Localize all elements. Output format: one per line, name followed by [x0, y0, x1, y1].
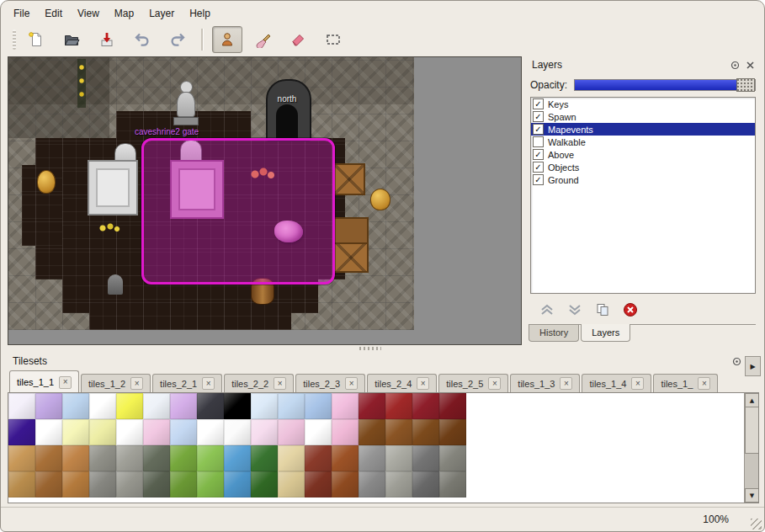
map-selection-rect[interactable]	[141, 138, 335, 285]
tab-close-icon[interactable]	[345, 377, 358, 390]
palette-tile[interactable]	[116, 419, 143, 445]
palette-tile[interactable]	[305, 471, 332, 497]
palette-tile[interactable]	[305, 393, 332, 419]
palette-tile[interactable]	[251, 471, 278, 497]
tileset-tab[interactable]: tiles_1_4	[582, 374, 651, 392]
redo-button[interactable]	[162, 26, 193, 53]
layer-move-up-button[interactable]	[537, 301, 557, 319]
palette-tile[interactable]	[35, 445, 62, 471]
palette-tile[interactable]	[35, 471, 62, 497]
palette-tile[interactable]	[62, 445, 89, 471]
palette-tile[interactable]	[143, 445, 170, 471]
undo-button[interactable]	[127, 26, 157, 53]
menu-file[interactable]: File	[6, 5, 37, 22]
tab-close-icon[interactable]	[130, 377, 143, 390]
palette-tile[interactable]	[89, 445, 116, 471]
layer-delete-button[interactable]	[620, 301, 640, 319]
layer-row[interactable]: Walkable	[531, 136, 755, 148]
event-stamp-tool-button[interactable]	[212, 26, 242, 53]
layer-checkbox[interactable]	[533, 124, 544, 135]
resize-grip[interactable]	[751, 519, 762, 529]
opacity-slider-handle[interactable]	[736, 78, 755, 92]
layer-row[interactable]: Above	[531, 148, 755, 161]
palette-tile[interactable]	[439, 471, 466, 497]
layer-row[interactable]: Keys	[531, 98, 755, 110]
tab-close-icon[interactable]	[274, 377, 286, 390]
tab-close-icon[interactable]	[560, 377, 572, 390]
palette-tile[interactable]	[412, 445, 439, 471]
palette-tile[interactable]	[251, 419, 278, 445]
palette-tile[interactable]	[332, 419, 359, 445]
scrollbar-up-button[interactable]	[745, 393, 759, 407]
palette-tile[interactable]	[170, 471, 197, 497]
palette-tile[interactable]	[35, 393, 62, 419]
palette-tile[interactable]	[8, 419, 35, 445]
palette-tile[interactable]	[332, 393, 359, 419]
layer-checkbox[interactable]	[533, 136, 544, 147]
tileset-tab[interactable]: tiles_2_1	[152, 374, 222, 392]
palette-tile[interactable]	[143, 393, 170, 419]
palette-tile[interactable]	[170, 393, 197, 419]
palette-tile[interactable]	[143, 419, 170, 445]
palette-tile[interactable]	[439, 393, 466, 419]
palette-tile[interactable]	[224, 445, 251, 471]
tilesets-panel-float-button[interactable]	[730, 355, 742, 367]
palette-tile[interactable]	[385, 445, 412, 471]
tab-close-icon[interactable]	[698, 377, 710, 390]
menu-map[interactable]: Map	[107, 5, 141, 22]
palette-tile[interactable]	[197, 471, 224, 497]
layer-row[interactable]: Ground	[531, 173, 755, 186]
brush-tool-button[interactable]	[247, 26, 278, 53]
tileset-tab[interactable]: tiles_1_	[653, 374, 718, 392]
palette-tile[interactable]	[170, 445, 197, 471]
menu-help[interactable]: Help	[182, 5, 218, 22]
palette-tile[interactable]	[412, 393, 439, 419]
palette-tile[interactable]	[278, 471, 305, 497]
palette-tile[interactable]	[116, 445, 143, 471]
palette-tile[interactable]	[412, 471, 439, 497]
palette-tile[interactable]	[332, 445, 359, 471]
palette-tile[interactable]	[197, 419, 224, 445]
scrollbar-down-button[interactable]	[745, 488, 759, 503]
layer-move-down-button[interactable]	[565, 301, 585, 319]
opacity-slider[interactable]	[574, 79, 756, 91]
tileset-tab[interactable]: tiles_1_3	[510, 374, 580, 392]
tileset-scrollbar[interactable]	[744, 393, 758, 503]
palette-tile[interactable]	[412, 419, 439, 445]
layer-checkbox[interactable]	[533, 149, 544, 160]
palette-tile[interactable]	[62, 471, 89, 497]
tileset-tab[interactable]: tiles_2_3	[295, 374, 365, 392]
palette-tile[interactable]	[385, 419, 412, 445]
palette-tile[interactable]	[35, 419, 62, 445]
palette-tile[interactable]	[359, 393, 385, 419]
palette-tile[interactable]	[224, 419, 251, 445]
palette-tile[interactable]	[278, 445, 305, 471]
toolbar-grip[interactable]	[13, 29, 16, 50]
palette-tile[interactable]	[305, 419, 332, 445]
tab-close-icon[interactable]	[631, 377, 644, 390]
palette-tile[interactable]	[224, 471, 251, 497]
layer-row[interactable]: Mapevents	[531, 123, 755, 136]
tileset-tab[interactable]: tiles_1_2	[81, 374, 151, 392]
palette-tile[interactable]	[8, 445, 35, 471]
eraser-tool-button[interactable]	[283, 26, 313, 53]
palette-tile[interactable]	[305, 445, 332, 471]
tab-close-icon[interactable]	[202, 377, 215, 390]
palette-tile[interactable]	[8, 471, 35, 497]
palette-tile[interactable]	[62, 393, 89, 419]
layer-checkbox[interactable]	[533, 98, 544, 109]
tileset-view[interactable]	[8, 392, 759, 503]
layers-panel-float-button[interactable]	[729, 59, 741, 71]
palette-tile[interactable]	[170, 419, 197, 445]
save-button[interactable]	[92, 26, 122, 53]
layer-checkbox[interactable]	[533, 174, 544, 185]
palette-tile[interactable]	[224, 393, 251, 419]
palette-tile[interactable]	[332, 471, 359, 497]
palette-tile[interactable]	[8, 393, 35, 419]
layer-checkbox[interactable]	[533, 111, 544, 122]
tab-close-icon[interactable]	[488, 377, 501, 390]
palette-tile[interactable]	[359, 419, 385, 445]
layer-checkbox[interactable]	[533, 162, 544, 173]
palette-tile[interactable]	[89, 471, 116, 497]
palette-tile[interactable]	[439, 445, 466, 471]
